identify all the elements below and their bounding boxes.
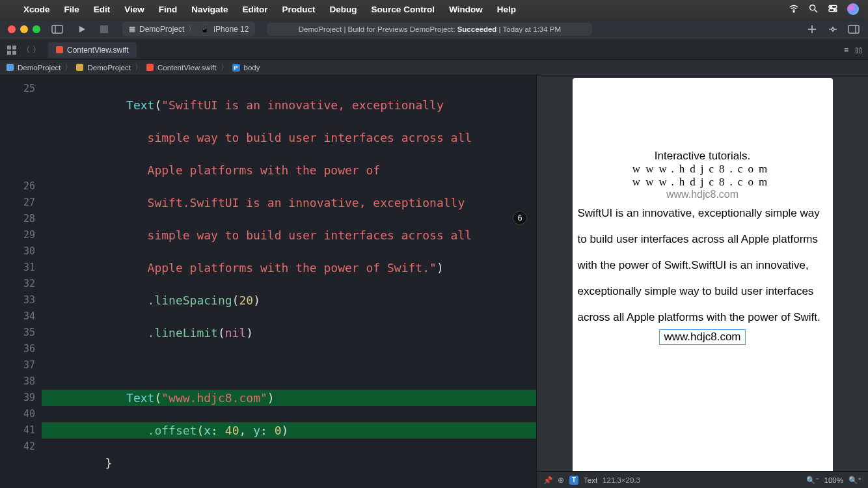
- nav-forward-button[interactable]: 〉: [33, 44, 40, 55]
- svg-point-5: [830, 6, 832, 8]
- close-window-button[interactable]: [8, 25, 16, 33]
- jump-bar-symbol: body: [244, 64, 260, 72]
- svg-rect-16: [7, 51, 11, 55]
- toggle-inspector-button[interactable]: [847, 23, 860, 36]
- preview-spaced-text-1: www.hdjc8.com: [578, 163, 828, 176]
- svg-rect-17: [12, 51, 16, 55]
- preview-title-text: Interactive tutorials.: [578, 150, 828, 163]
- menu-source-control[interactable]: Source Control: [372, 5, 435, 14]
- window-controls: [8, 25, 40, 33]
- stop-button[interactable]: [98, 23, 111, 36]
- element-type-label: Text: [584, 476, 597, 484]
- preview-panel: Interactive tutorials. www.hdjc8.com www…: [536, 75, 868, 488]
- editor-options-icon[interactable]: ≡: [844, 46, 848, 55]
- zoom-out-button[interactable]: 🔍⁻: [806, 476, 819, 485]
- zoom-window-button[interactable]: [33, 25, 40, 33]
- scheme-device-label: iPhone 12: [213, 25, 249, 34]
- jump-bar-file: ContentView.swift: [157, 64, 217, 72]
- project-icon: [7, 64, 14, 71]
- menu-find[interactable]: Find: [159, 5, 178, 14]
- line-gutter: 252627282930313233343536373839404142: [0, 75, 42, 488]
- svg-rect-15: [12, 46, 16, 49]
- element-type-badge: T: [569, 476, 578, 485]
- pin-icon[interactable]: 📌: [543, 476, 552, 485]
- menu-help[interactable]: Help: [497, 5, 516, 14]
- related-items-button[interactable]: [5, 44, 18, 57]
- preview-spaced-text-2: www.hdjc8.com: [578, 176, 828, 189]
- code-area[interactable]: Text("SwiftUI is an innovative, exceptio…: [42, 81, 536, 488]
- activity-status: DemoProject | Build for Previews DemoPro…: [267, 23, 592, 36]
- preview-blurred-text: www.hdjc8.com: [578, 189, 828, 200]
- source-editor[interactable]: 252627282930313233343536373839404142 Tex…: [0, 75, 536, 488]
- wifi-icon[interactable]: [789, 3, 799, 16]
- macos-menubar: Xcode File Edit View Find Navigate Edito…: [0, 0, 868, 18]
- preview-device: Interactive tutorials. www.hdjc8.com www…: [573, 78, 833, 471]
- toggle-navigator-button[interactable]: [51, 23, 64, 36]
- menu-editor[interactable]: Editor: [243, 5, 268, 14]
- zoom-level-label: 100%: [824, 476, 843, 484]
- workspace: 252627282930313233343536373839404142 Tex…: [0, 75, 868, 488]
- svg-rect-12: [848, 25, 859, 33]
- jump-bar-project: DemoProject: [18, 64, 61, 72]
- minimize-window-button[interactable]: [20, 25, 28, 33]
- run-button[interactable]: [75, 23, 88, 36]
- preview-paragraph: SwiftUI is an innovative, exceptionally …: [578, 200, 828, 331]
- svg-rect-14: [7, 46, 11, 49]
- jump-bar-folder: DemoProject: [87, 64, 130, 72]
- swift-file-icon: [56, 46, 63, 53]
- svg-point-6: [834, 9, 835, 11]
- menu-product[interactable]: Product: [282, 5, 316, 14]
- diff-badge[interactable]: 6: [513, 211, 527, 225]
- preview-footer: 📌 ⊕ T Text 121.3×20.3 🔍⁻ 100% 🔍⁺: [537, 471, 868, 488]
- svg-rect-7: [52, 25, 62, 33]
- editor-tab-bar: 〈 〉 ContentView.swift ≡ ⫿⫿: [0, 40, 868, 60]
- menu-edit[interactable]: Edit: [94, 5, 111, 14]
- scheme-app-label: DemoProject: [139, 25, 184, 34]
- siri-icon[interactable]: [847, 3, 859, 15]
- menubar-app[interactable]: Xcode: [23, 5, 50, 14]
- nav-back-button[interactable]: 〈: [22, 44, 30, 55]
- file-tab-label: ContentView.swift: [67, 46, 129, 55]
- menu-window[interactable]: Window: [449, 5, 483, 14]
- file-tab[interactable]: ContentView.swift: [48, 42, 137, 58]
- library-button[interactable]: [826, 23, 839, 36]
- svg-point-0: [793, 11, 794, 12]
- menu-view[interactable]: View: [124, 5, 144, 14]
- scheme-selector[interactable]: ▦ DemoProject 〉 📱 iPhone 12: [122, 21, 255, 36]
- crosshair-icon[interactable]: ⊕: [558, 476, 564, 485]
- adjust-editor-icon[interactable]: ⫿⫿: [855, 46, 863, 55]
- preview-canvas[interactable]: Interactive tutorials. www.hdjc8.com www…: [537, 75, 868, 471]
- svg-rect-9: [100, 25, 108, 33]
- svg-line-2: [815, 10, 817, 12]
- menu-debug[interactable]: Debug: [330, 5, 357, 14]
- menu-navigate[interactable]: Navigate: [191, 5, 228, 14]
- jump-bar[interactable]: DemoProject 〉 DemoProject 〉 ContentView.…: [0, 60, 868, 75]
- element-size-label: 121.3×20.3: [603, 476, 640, 484]
- svg-point-1: [810, 5, 815, 10]
- zoom-in-button[interactable]: 🔍⁺: [848, 476, 861, 485]
- add-button[interactable]: [806, 23, 819, 36]
- preview-selected-text[interactable]: www.hdjc8.com: [578, 329, 828, 345]
- folder-icon: [76, 64, 83, 71]
- spotlight-icon[interactable]: [808, 3, 819, 16]
- property-icon: P: [232, 64, 240, 72]
- menu-file[interactable]: File: [64, 5, 79, 14]
- xcode-toolbar: ▦ DemoProject 〉 📱 iPhone 12 DemoProject …: [0, 18, 868, 40]
- swift-file-icon: [146, 64, 154, 71]
- control-center-icon[interactable]: [828, 3, 838, 16]
